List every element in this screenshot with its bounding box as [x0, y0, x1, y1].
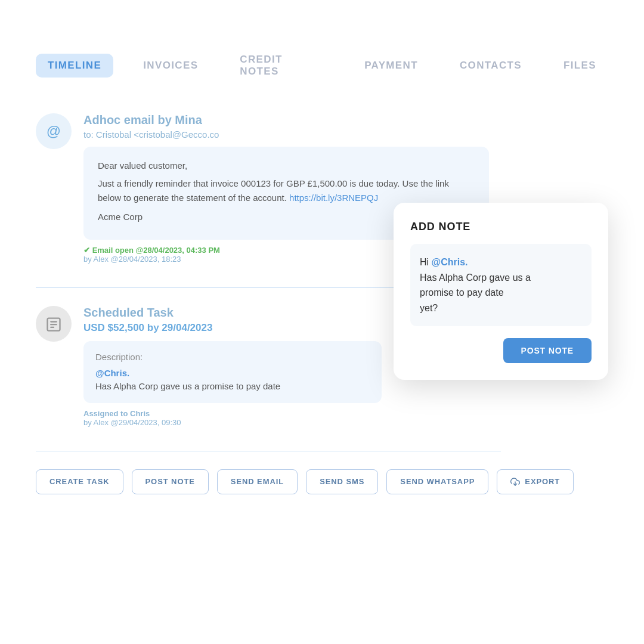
add-note-title: ADD NOTE [410, 221, 592, 233]
export-icon [510, 477, 520, 487]
send-email-button[interactable]: SEND EMAIL [217, 469, 298, 494]
tab-credit-notes[interactable]: CREDIT NOTES [228, 48, 335, 83]
send-sms-button[interactable]: SEND SMS [306, 469, 378, 494]
tab-files[interactable]: FILES [552, 54, 608, 78]
create-task-button[interactable]: CREATE TASK [36, 469, 123, 494]
tab-payment[interactable]: PAYMENT [352, 54, 430, 78]
task-desc-mention: @Chris. [95, 367, 370, 380]
task-assigned-to: Assigned to Chris [83, 409, 608, 418]
email-link[interactable]: https://bit.ly/3RNEPQJ [289, 193, 378, 203]
main-container: TIMELINE INVOICES CREDIT NOTES PAYMENT C… [0, 0, 644, 530]
tab-timeline[interactable]: TIMELINE [36, 54, 113, 78]
task-desc-text: Has Alpha Corp gave us a promise to pay … [95, 380, 370, 394]
email-line1: Dear valued customer, [98, 159, 475, 173]
add-note-mention: @Chris. [432, 257, 468, 267]
tabs-nav: TIMELINE INVOICES CREDIT NOTES PAYMENT C… [36, 48, 608, 83]
bottom-divider [36, 451, 501, 451]
task-description-card: Description: @Chris. Has Alpha Corp gave… [83, 341, 382, 403]
bottom-actions-area: CREATE TASK POST NOTE SEND EMAIL SEND SM… [36, 451, 608, 494]
task-icon [36, 306, 72, 342]
action-buttons: CREATE TASK POST NOTE SEND EMAIL SEND SM… [36, 469, 608, 494]
add-note-popup: ADD NOTE Hi @Chris. Has Alpha Corp gave … [394, 203, 608, 380]
add-note-body[interactable]: Hi @Chris. Has Alpha Corp gave us a prom… [410, 244, 592, 326]
post-note-button[interactable]: POST NOTE [132, 469, 209, 494]
task-assigned-by: by Alex @29/04/2023, 09:30 [83, 418, 608, 427]
email-title: Adhoc email by Mina [83, 113, 608, 127]
post-note-popup-button[interactable]: POST NOTE [503, 338, 592, 363]
send-whatsapp-button[interactable]: SEND WHATSAPP [386, 469, 488, 494]
task-desc-label: Description: [95, 351, 370, 364]
email-subtitle: to: Cristobal <cristobal@Gecco.co [83, 129, 608, 140]
tab-contacts[interactable]: CONTACTS [448, 54, 534, 78]
email-icon: @ [36, 113, 72, 149]
export-button[interactable]: EXPORT [497, 469, 574, 494]
tab-invoices[interactable]: INVOICES [131, 54, 210, 78]
email-line2: Just a friendly reminder that invoice 00… [98, 177, 475, 205]
